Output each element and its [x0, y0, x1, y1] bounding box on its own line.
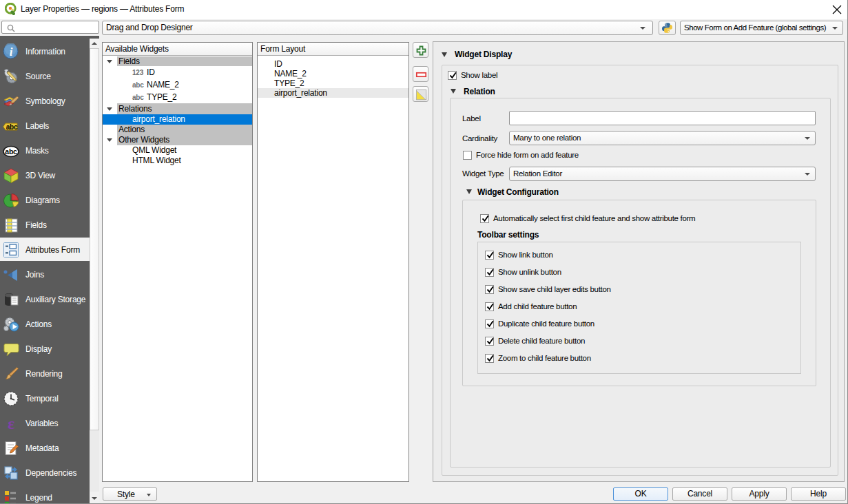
- svg-text:abc: abc: [6, 123, 18, 131]
- svg-text:abc: abc: [5, 147, 17, 156]
- svg-text:ε: ε: [8, 415, 14, 432]
- svg-text:i: i: [10, 45, 13, 59]
